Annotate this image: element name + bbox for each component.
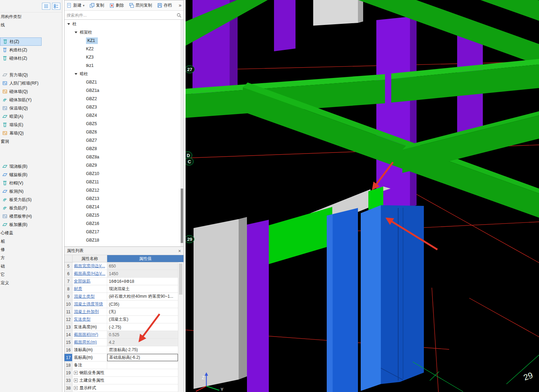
property-name[interactable]: 混凝土类型: [72, 293, 107, 300]
tree-node[interactable]: GBZ16: [65, 219, 183, 228]
sidebar-group[interactable]: 窗洞: [0, 137, 62, 146]
property-name[interactable]: 截面宽度(B边)(...: [72, 262, 107, 270]
tree-node[interactable]: GBZ6: [65, 128, 183, 136]
tree-node[interactable]: KZ1: [65, 36, 183, 45]
detail-view-icon[interactable]: [52, 3, 60, 10]
tree-node[interactable]: GBZ8a: [65, 153, 183, 161]
tree-node[interactable]: KZ3: [65, 53, 183, 61]
property-name[interactable]: 混凝土强度等级: [72, 300, 107, 308]
sidebar-group[interactable]: 方: [0, 254, 62, 262]
property-name[interactable]: 截面高度(H边)(...: [72, 270, 107, 277]
tree-node[interactable]: GBZ2: [65, 95, 183, 103]
properties-scrollbar[interactable]: [178, 263, 183, 392]
sidebar-item[interactable]: 柱(Z): [0, 37, 42, 46]
tree-node[interactable]: GBZ8: [65, 145, 183, 153]
sidebar-item[interactable]: 现浇板(B): [0, 162, 62, 171]
sidebar-item[interactable]: 砌体柱(Z): [0, 54, 62, 62]
property-value[interactable]: (C35): [107, 300, 178, 308]
list-view-icon[interactable]: [42, 3, 50, 10]
sidebar-item[interactable]: 板加腋(B): [0, 220, 62, 229]
property-name[interactable]: 截面面积(m²): [72, 331, 107, 338]
3d-scene[interactable]: 27 D C 29 29 Z Y: [186, 0, 539, 392]
tree-node[interactable]: GBZ1: [65, 78, 183, 86]
toolbar-button-save[interactable]: 存档: [157, 2, 172, 8]
expander-icon[interactable]: [67, 23, 70, 25]
sidebar-group[interactable]: 它: [0, 270, 62, 279]
property-value[interactable]: (无): [107, 308, 178, 315]
tree-node[interactable]: GBZ4: [65, 111, 183, 120]
toolbar-button-doc[interactable]: 新建▾: [67, 2, 85, 8]
toolbar-button-layers[interactable]: 层间复制: [129, 2, 152, 8]
tree-node[interactable]: GBZ11: [65, 178, 183, 186]
tree-node[interactable]: GBZ5: [65, 120, 183, 128]
property-value[interactable]: 现浇混凝土: [107, 285, 178, 293]
tree-node[interactable]: KZ2: [65, 45, 183, 53]
property-value[interactable]: 0.525: [107, 331, 178, 338]
toolbar-button-copy[interactable]: 复制: [89, 2, 104, 8]
tree-node[interactable]: GBZ12: [65, 186, 183, 194]
tree-node[interactable]: GBZ14: [65, 203, 183, 211]
property-name[interactable]: 泵送类型: [72, 316, 107, 323]
property-value[interactable]: 650: [107, 262, 178, 270]
tree-node[interactable]: tkz1: [65, 61, 183, 70]
property-value[interactable]: 基础底标高(-6.2): [107, 354, 178, 361]
expand-plus-icon[interactable]: +: [74, 378, 78, 382]
sidebar-group[interactable]: 桩: [0, 237, 62, 245]
sidebar-item[interactable]: 砌体墙(Q): [0, 87, 62, 96]
sidebar-group[interactable]: 定义: [0, 279, 62, 287]
sidebar-item[interactable]: 螺旋板(B): [0, 171, 62, 179]
tree-scrollbar[interactable]: [180, 20, 183, 246]
sidebar-item[interactable]: 人防门框墙(RF): [0, 79, 62, 87]
sidebar-item[interactable]: 柱帽(V): [0, 179, 62, 187]
sidebar-item[interactable]: 墙垛(E): [0, 121, 62, 129]
sidebar-item[interactable]: 暗梁(A): [0, 112, 62, 121]
viewport-3d[interactable]: 27 D C 29 29 Z Y: [186, 0, 539, 392]
tree-node[interactable]: 柱: [65, 20, 183, 28]
property-value[interactable]: 1450: [107, 270, 178, 277]
tree-node[interactable]: GBZ7: [65, 136, 183, 145]
property-value[interactable]: [107, 361, 178, 369]
properties-scrollbar-thumb[interactable]: [179, 263, 182, 295]
sidebar-item[interactable]: 构造柱(Z): [0, 46, 62, 54]
search-icon[interactable]: [177, 13, 181, 18]
tree-node[interactable]: GBZ17: [65, 228, 183, 236]
tree-scrollbar-thumb[interactable]: [181, 189, 183, 243]
sidebar-item[interactable]: 保温墙(Q): [0, 104, 62, 112]
property-value[interactable]: 层顶标高(-2.75): [107, 346, 178, 354]
expander-icon[interactable]: [75, 73, 77, 75]
tree-node[interactable]: 暗柱: [65, 70, 183, 78]
property-name[interactable]: 材质: [72, 285, 107, 293]
sidebar-group[interactable]: 修: [0, 245, 62, 254]
sidebar-item[interactable]: 幕墙(Q): [0, 129, 62, 137]
tree-node[interactable]: GBZ18: [65, 236, 183, 244]
sidebar-group[interactable]: 线: [0, 21, 62, 29]
property-value[interactable]: 16Φ16+8Φ18: [107, 278, 178, 285]
property-name[interactable]: 全部纵筋: [72, 278, 107, 285]
property-name[interactable]: 截面周长(m): [72, 339, 107, 346]
sidebar-item[interactable]: 板负筋(F): [0, 204, 62, 212]
sidebar-group[interactable]: 心楼盖: [0, 229, 62, 237]
expand-plus-icon[interactable]: +: [74, 386, 78, 390]
tree-node[interactable]: GBZ13: [65, 194, 183, 203]
property-name[interactable]: 混凝土外加剂: [72, 308, 107, 315]
tree-node[interactable]: GBZ9: [65, 161, 183, 169]
sidebar-item[interactable]: 砌体加筋(Y): [0, 96, 62, 104]
close-icon[interactable]: ×: [178, 248, 181, 254]
property-value[interactable]: (碎石最大粒径40mm 坍落度90~1...: [107, 293, 178, 300]
toolbar-button-del[interactable]: 删除: [109, 2, 124, 8]
property-value[interactable]: (混凝土泵): [107, 316, 178, 323]
sidebar-item[interactable]: 板受力筋(S): [0, 195, 62, 204]
tree-node[interactable]: GBZ10: [65, 169, 183, 178]
expander-icon[interactable]: [75, 32, 77, 33]
dropdown-caret-icon[interactable]: ▾: [83, 4, 85, 7]
property-value[interactable]: 4.2: [107, 339, 178, 346]
tree-node[interactable]: 框架柱: [65, 28, 183, 36]
sidebar-group[interactable]: 础: [0, 262, 62, 270]
tree-node[interactable]: GBZ1a: [65, 86, 183, 95]
search-input[interactable]: [67, 13, 177, 18]
toolbar-overflow-icon[interactable]: »: [179, 2, 181, 8]
tree-node[interactable]: GBZ15: [65, 211, 183, 219]
sidebar-item[interactable]: 板洞(N): [0, 187, 62, 195]
expand-plus-icon[interactable]: +: [74, 371, 78, 375]
property-value[interactable]: (-2.75): [107, 323, 178, 331]
